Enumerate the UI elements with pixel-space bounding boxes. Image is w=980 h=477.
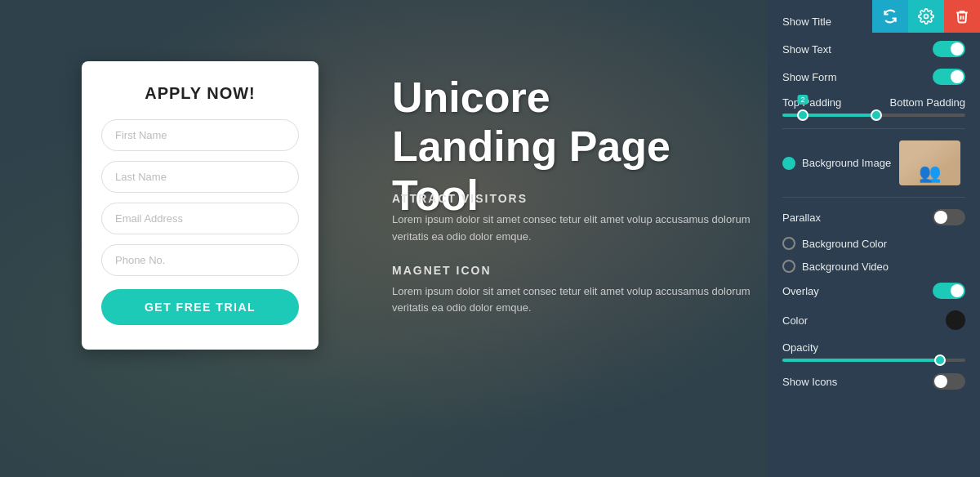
section-magnet: MAGNET ICON Lorem ipsum dolor sit amet c…	[392, 264, 751, 318]
show-text-toggle[interactable]	[933, 41, 965, 57]
padding-row: Top Padding Bottom Padding 2	[782, 96, 965, 117]
bg-image-radio[interactable]	[782, 157, 795, 170]
bg-image-label: Background Image	[802, 157, 891, 169]
opacity-slider[interactable]	[782, 359, 965, 362]
phone-input[interactable]	[101, 244, 299, 276]
top-padding-label: Top Padding	[782, 96, 841, 109]
color-swatch[interactable]	[946, 310, 965, 330]
divider-1	[782, 128, 965, 129]
padding-badge: 2	[797, 95, 808, 105]
bg-color-row: Background Color	[782, 237, 965, 250]
section-attract-text: Lorem ipsum dolor sit amet consec tetur …	[392, 212, 751, 246]
section-magnet-text: Lorem ipsum dolor sit amet consec tetur …	[392, 283, 751, 318]
bg-video-label: Background Video	[802, 261, 889, 273]
opacity-label: Opacity	[782, 341, 818, 354]
refresh-button[interactable]	[872, 0, 908, 33]
parallax-label: Parallax	[782, 212, 821, 224]
top-toolbar	[872, 0, 980, 33]
settings-panel: Show Title Show Text Show Form Top Paddi…	[768, 0, 980, 477]
show-text-row: Show Text	[782, 41, 965, 57]
show-title-label: Show Title	[782, 16, 831, 28]
svg-point-0	[924, 15, 929, 19]
bg-image-section: Background Image	[782, 140, 965, 185]
bottom-padding-label: Bottom Padding	[889, 96, 965, 109]
last-name-input[interactable]	[101, 161, 299, 193]
section-attract: ATTRACT VISITORS Lorem ipsum dolor sit a…	[392, 192, 751, 246]
bg-color-label: Background Color	[802, 238, 887, 250]
show-form-toggle[interactable]	[933, 69, 965, 85]
bg-color-radio[interactable]	[782, 237, 795, 250]
first-name-input[interactable]	[101, 119, 299, 151]
section-magnet-title: MAGNET ICON	[392, 264, 751, 277]
show-icons-toggle[interactable]	[933, 373, 965, 390]
email-input[interactable]	[101, 203, 299, 234]
divider-2	[782, 197, 965, 198]
section-attract-title: ATTRACT VISITORS	[392, 192, 751, 205]
content-sections: ATTRACT VISITORS Lorem ipsum dolor sit a…	[392, 192, 751, 335]
bg-video-row: Background Video	[782, 260, 965, 273]
show-text-label: Show Text	[782, 43, 831, 56]
overlay-toggle[interactable]	[933, 283, 965, 299]
color-label: Color	[782, 314, 808, 327]
show-icons-row: Show Icons	[782, 373, 965, 390]
opacity-row: Opacity	[782, 341, 965, 362]
delete-button[interactable]	[944, 0, 980, 33]
form-card: APPLY NOW! GET FREE TRIAL	[82, 61, 318, 350]
show-icons-label: Show Icons	[782, 376, 837, 388]
settings-button[interactable]	[908, 0, 944, 33]
padding-slider-track[interactable]: 2	[782, 114, 965, 117]
overlay-row: Overlay	[782, 283, 965, 299]
parallax-row: Parallax	[782, 209, 965, 225]
form-heading: APPLY NOW!	[101, 84, 299, 103]
overlay-label: Overlay	[782, 285, 819, 297]
landing-area: APPLY NOW! GET FREE TRIAL Unicore Landin…	[0, 0, 768, 477]
parallax-toggle[interactable]	[933, 209, 965, 225]
color-row: Color	[782, 310, 965, 330]
bg-image-thumbnail[interactable]	[899, 140, 960, 185]
show-form-row: Show Form	[782, 69, 965, 85]
bg-video-radio[interactable]	[782, 260, 795, 273]
get-free-trial-button[interactable]: GET FREE TRIAL	[101, 289, 299, 325]
show-form-label: Show Form	[782, 71, 836, 83]
